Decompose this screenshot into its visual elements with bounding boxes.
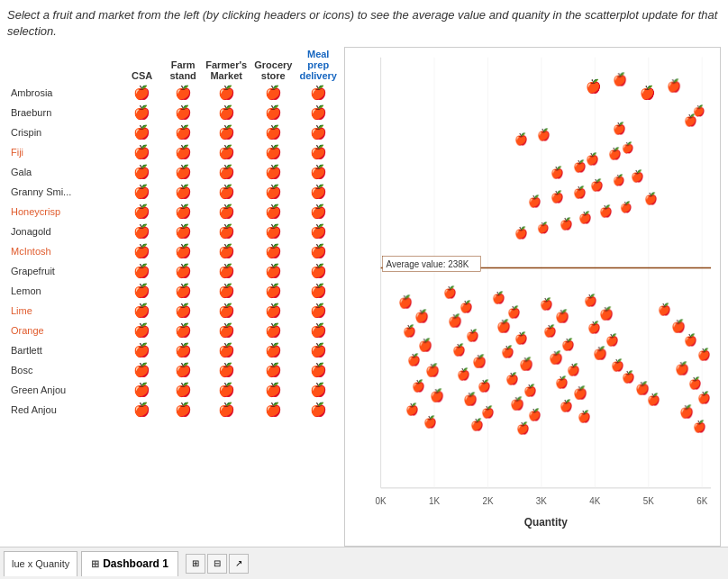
fruit-market-cell[interactable]: 🍎 — [164, 241, 202, 261]
fruit-market-cell[interactable]: 🍎 — [296, 321, 341, 340]
table-row[interactable]: Lime🍎🍎🍎🍎🍎 — [7, 301, 341, 321]
fruit-name-cell[interactable]: Red Anjou — [7, 400, 120, 420]
fruit-name-cell[interactable]: Fiji — [7, 142, 120, 162]
fruit-market-cell[interactable]: 🍎 — [202, 222, 250, 241]
fruit-market-cell[interactable]: 🍎 — [296, 360, 341, 380]
fruit-market-cell[interactable]: 🍎 — [164, 83, 202, 103]
fruit-name-cell[interactable]: Honeycrisp — [7, 202, 120, 222]
fruit-market-cell[interactable]: 🍎 — [202, 360, 250, 380]
fruit-market-cell[interactable]: 🍎 — [250, 103, 296, 122]
table-row[interactable]: Lemon🍎🍎🍎🍎🍎 — [7, 281, 341, 301]
table-row[interactable]: McIntosh🍎🍎🍎🍎🍎 — [7, 241, 341, 261]
tab-action-btn-2[interactable]: ⊟ — [207, 554, 227, 574]
fruit-market-cell[interactable]: 🍎 — [120, 222, 164, 241]
fruit-name-cell[interactable]: Grapefruit — [7, 261, 120, 281]
tab-action-btn-3[interactable]: ↗ — [229, 554, 249, 574]
table-row[interactable]: Honeycrisp🍎🍎🍎🍎🍎 — [7, 202, 341, 222]
fruit-market-cell[interactable]: 🍎 — [250, 301, 296, 321]
fruit-market-cell[interactable]: 🍎 — [164, 281, 202, 301]
fruit-market-cell[interactable]: 🍎 — [120, 83, 164, 103]
fruit-market-cell[interactable]: 🍎 — [202, 281, 250, 301]
tab-dashboard-1[interactable]: ⊞ Dashboard 1 — [81, 551, 178, 576]
fruit-market-cell[interactable]: 🍎 — [296, 83, 341, 103]
col-header-meal-prep[interactable]: Meal prep delivery — [296, 47, 341, 83]
fruit-market-cell[interactable]: 🍎 — [164, 321, 202, 340]
table-row[interactable]: Braeburn🍎🍎🍎🍎🍎 — [7, 103, 341, 122]
fruit-market-cell[interactable]: 🍎 — [250, 360, 296, 380]
fruit-market-cell[interactable]: 🍎 — [202, 103, 250, 122]
fruit-market-cell[interactable]: 🍎 — [296, 241, 341, 261]
fruit-market-cell[interactable]: 🍎 — [164, 103, 202, 122]
fruit-market-cell[interactable]: 🍎 — [250, 261, 296, 281]
fruit-market-cell[interactable]: 🍎 — [164, 360, 202, 380]
fruit-market-cell[interactable]: 🍎 — [164, 162, 202, 182]
table-row[interactable]: Red Anjou🍎🍎🍎🍎🍎 — [7, 400, 341, 420]
fruit-market-cell[interactable]: 🍎 — [164, 380, 202, 400]
fruit-market-cell[interactable]: 🍎 — [202, 241, 250, 261]
fruit-market-cell[interactable]: 🍎 — [202, 162, 250, 182]
fruit-name-cell[interactable]: Ambrosia — [7, 83, 120, 103]
fruit-market-cell[interactable]: 🍎 — [202, 182, 250, 202]
fruit-name-cell[interactable]: Jonagold — [7, 222, 120, 241]
fruit-market-cell[interactable]: 🍎 — [202, 340, 250, 360]
fruit-market-cell[interactable]: 🍎 — [296, 162, 341, 182]
table-row[interactable]: Green Anjou🍎🍎🍎🍎🍎 — [7, 380, 341, 400]
fruit-market-cell[interactable]: 🍎 — [164, 222, 202, 241]
table-row[interactable]: Orange🍎🍎🍎🍎🍎 — [7, 321, 341, 340]
fruit-market-cell[interactable]: 🍎 — [202, 83, 250, 103]
fruit-market-cell[interactable]: 🍎 — [120, 162, 164, 182]
fruit-market-cell[interactable]: 🍎 — [250, 162, 296, 182]
fruit-market-cell[interactable]: 🍎 — [250, 400, 296, 420]
col-header-name[interactable] — [7, 47, 120, 83]
fruit-market-cell[interactable]: 🍎 — [296, 103, 341, 122]
fruit-market-cell[interactable]: 🍎 — [164, 182, 202, 202]
fruit-market-cell[interactable]: 🍎 — [164, 202, 202, 222]
fruit-market-cell[interactable]: 🍎 — [296, 301, 341, 321]
fruit-market-cell[interactable]: 🍎 — [120, 321, 164, 340]
fruit-market-cell[interactable]: 🍎 — [250, 321, 296, 340]
fruit-name-cell[interactable]: McIntosh — [7, 241, 120, 261]
fruit-name-cell[interactable]: Lemon — [7, 281, 120, 301]
fruit-market-cell[interactable]: 🍎 — [164, 122, 202, 142]
fruit-market-cell[interactable]: 🍎 — [164, 301, 202, 321]
fruit-name-cell[interactable]: Bosc — [7, 360, 120, 380]
col-header-grocery-store[interactable]: Grocery store — [250, 47, 296, 83]
fruit-market-cell[interactable]: 🍎 — [120, 103, 164, 122]
fruit-market-cell[interactable]: 🍎 — [250, 340, 296, 360]
fruit-market-cell[interactable]: 🍎 — [296, 400, 341, 420]
fruit-market-cell[interactable]: 🍎 — [120, 241, 164, 261]
tab-action-btn-1[interactable]: ⊞ — [186, 554, 205, 574]
fruit-market-cell[interactable]: 🍎 — [250, 281, 296, 301]
table-row[interactable]: Bosc🍎🍎🍎🍎🍎 — [7, 360, 341, 380]
fruit-market-cell[interactable]: 🍎 — [296, 202, 341, 222]
fruit-market-cell[interactable]: 🍎 — [296, 222, 341, 241]
fruit-market-cell[interactable]: 🍎 — [250, 122, 296, 142]
table-row[interactable]: Gala🍎🍎🍎🍎🍎 — [7, 162, 341, 182]
fruit-market-cell[interactable]: 🍎 — [120, 122, 164, 142]
col-header-csa[interactable]: CSA — [120, 47, 164, 83]
col-header-farm-stand[interactable]: Farm stand — [164, 47, 202, 83]
fruit-market-cell[interactable]: 🍎 — [202, 321, 250, 340]
fruit-market-cell[interactable]: 🍎 — [296, 142, 341, 162]
table-row[interactable]: Ambrosia🍎🍎🍎🍎🍎 — [7, 83, 341, 103]
fruit-market-cell[interactable]: 🍎 — [296, 261, 341, 281]
fruit-market-cell[interactable]: 🍎 — [202, 380, 250, 400]
fruit-market-cell[interactable]: 🍎 — [120, 380, 164, 400]
fruit-market-cell[interactable]: 🍎 — [296, 380, 341, 400]
fruit-market-cell[interactable]: 🍎 — [120, 281, 164, 301]
fruit-market-cell[interactable]: 🍎 — [120, 360, 164, 380]
table-row[interactable]: Fiji🍎🍎🍎🍎🍎 — [7, 142, 341, 162]
fruit-market-cell[interactable]: 🍎 — [120, 202, 164, 222]
fruit-name-cell[interactable]: Crispin — [7, 122, 120, 142]
table-row[interactable]: Bartlett🍎🍎🍎🍎🍎 — [7, 340, 341, 360]
fruit-market-cell[interactable]: 🍎 — [120, 261, 164, 281]
fruit-market-cell[interactable]: 🍎 — [164, 400, 202, 420]
fruit-name-cell[interactable]: Granny Smi... — [7, 182, 120, 202]
fruit-market-cell[interactable]: 🍎 — [164, 340, 202, 360]
fruit-market-cell[interactable]: 🍎 — [250, 83, 296, 103]
fruit-market-cell[interactable]: 🍎 — [296, 281, 341, 301]
table-row[interactable]: Grapefruit🍎🍎🍎🍎🍎 — [7, 261, 341, 281]
fruit-name-cell[interactable]: Bartlett — [7, 340, 120, 360]
fruit-market-cell[interactable]: 🍎 — [250, 202, 296, 222]
fruit-market-cell[interactable]: 🍎 — [296, 340, 341, 360]
